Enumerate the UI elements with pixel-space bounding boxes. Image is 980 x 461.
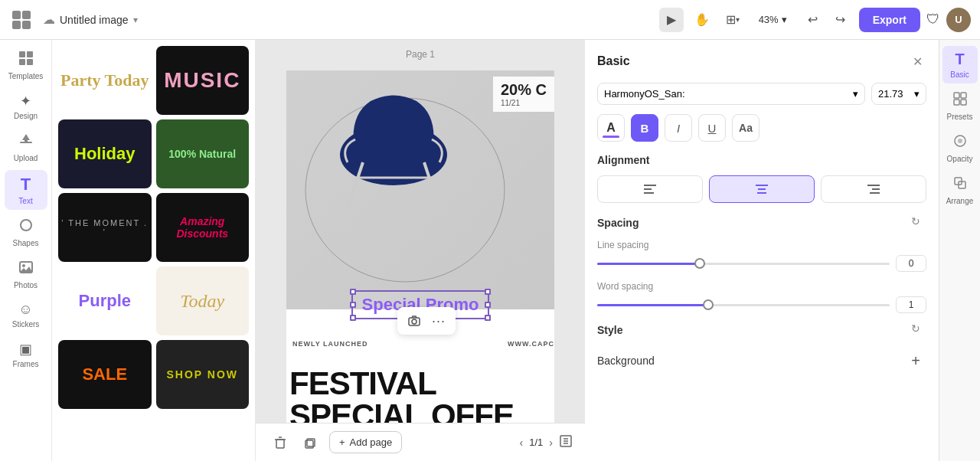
template-card-holiday[interactable]: Holiday bbox=[58, 119, 152, 188]
svg-point-12 bbox=[22, 264, 25, 267]
panel-close-button[interactable]: ✕ bbox=[908, 52, 926, 70]
add-background-button[interactable]: + bbox=[905, 350, 926, 371]
hand-tool-button[interactable]: ✋ bbox=[690, 8, 714, 32]
page-label: Page 1 bbox=[406, 49, 435, 60]
svg-rect-7 bbox=[27, 59, 33, 65]
line-spacing-thumb[interactable] bbox=[694, 258, 705, 269]
handle-top-right[interactable] bbox=[485, 289, 491, 295]
template-card-shopnow[interactable]: SHOP NOW bbox=[156, 340, 250, 409]
handle-bottom-left[interactable] bbox=[350, 315, 356, 321]
zoom-button[interactable]: 43% ▾ bbox=[751, 11, 795, 28]
template-card-discounts[interactable]: Amazing Discounts bbox=[156, 193, 250, 262]
underline-icon: U bbox=[708, 122, 717, 135]
opacity-icon bbox=[952, 133, 968, 152]
right-strip-arrange-label: Arrange bbox=[946, 197, 974, 205]
right-strip-basic[interactable]: T Basic bbox=[942, 46, 978, 83]
title-chevron-icon[interactable]: ▾ bbox=[133, 15, 138, 25]
template-card-purple[interactable]: Purple bbox=[58, 266, 152, 335]
italic-button[interactable]: I bbox=[665, 114, 692, 142]
spacing-header: Spacing ↻ bbox=[597, 215, 926, 230]
font-family-chevron: ▾ bbox=[853, 88, 858, 100]
delete-page-button[interactable] bbox=[268, 430, 292, 455]
word-spacing-thumb[interactable] bbox=[703, 299, 714, 310]
template-card-party[interactable]: Party Today bbox=[58, 46, 152, 115]
redo-button[interactable]: ↪ bbox=[828, 8, 853, 32]
template-holiday-text: Holiday bbox=[74, 144, 135, 164]
font-family-select[interactable]: HarmonyOS_San: ▾ bbox=[597, 83, 865, 105]
background-row: Background + bbox=[597, 344, 926, 378]
bold-button[interactable]: B bbox=[631, 114, 658, 142]
arrange-icon bbox=[952, 175, 968, 195]
export-button[interactable]: Export bbox=[859, 8, 920, 32]
spacing-refresh-button[interactable]: ↻ bbox=[911, 215, 926, 230]
line-spacing-value[interactable]: 0 bbox=[896, 255, 926, 272]
handle-bottom-right[interactable] bbox=[485, 315, 491, 321]
sidebar-item-photos[interactable]: Photos bbox=[5, 255, 47, 294]
avatar-initials: U bbox=[955, 14, 962, 25]
canvas-content[interactable]: 20% C 11/21 NEWLY LAUNCHED WWW.CAPC ··· bbox=[286, 70, 554, 438]
font-size-select[interactable]: 21.73 ▾ bbox=[871, 83, 926, 105]
canvas-area[interactable]: Page 1 bbox=[256, 40, 585, 461]
underline-button[interactable]: U bbox=[698, 114, 726, 142]
handle-top-left[interactable] bbox=[350, 289, 356, 295]
handle-middle-right[interactable] bbox=[485, 302, 491, 308]
select-tool-button[interactable]: ▶ bbox=[659, 8, 684, 32]
chair-background: 20% C 11/21 bbox=[286, 70, 554, 309]
main-layout: Templates ✦ Design Upload T Text Shapes bbox=[0, 40, 980, 461]
sidebar-item-shapes[interactable]: Shapes bbox=[5, 213, 47, 252]
discount-badge: 20% C 11/21 bbox=[493, 77, 554, 112]
style-refresh-button[interactable]: ↻ bbox=[911, 322, 926, 338]
add-page-button[interactable]: + Add page bbox=[329, 431, 402, 453]
handle-middle-left[interactable] bbox=[350, 302, 356, 308]
user-avatar[interactable]: U bbox=[946, 8, 971, 32]
template-natural-text: 100% Natural bbox=[168, 148, 236, 160]
float-more-button[interactable]: ··· bbox=[428, 310, 449, 332]
topbar-tools: ▶ ✋ ⊞ ▾ 43% ▾ ↩ ↪ Export 🛡 U bbox=[659, 8, 971, 32]
word-spacing-value[interactable]: 1 bbox=[896, 296, 926, 313]
app-logo[interactable] bbox=[9, 8, 34, 32]
font-size-chevron: ▾ bbox=[914, 88, 920, 100]
text-color-button[interactable]: A bbox=[597, 114, 625, 142]
align-left-button[interactable] bbox=[597, 175, 703, 203]
font-row: HarmonyOS_San: ▾ 21.73 ▾ bbox=[597, 83, 926, 105]
frame-tool-button[interactable]: ⊞ ▾ bbox=[720, 8, 745, 32]
template-card-today[interactable]: Today bbox=[156, 266, 250, 335]
right-strip-presets[interactable]: Presets bbox=[942, 87, 978, 126]
sidebar-item-stickers[interactable]: ☺ Stickers bbox=[5, 297, 47, 333]
template-card-sale[interactable]: SALE bbox=[58, 340, 152, 409]
svg-rect-6 bbox=[19, 59, 25, 65]
template-card-music[interactable]: MUSIC bbox=[156, 46, 250, 115]
template-sale-text: SALE bbox=[82, 365, 127, 384]
topbar: ☁ Untitled image ▾ ▶ ✋ ⊞ ▾ 43% ▾ ↩ ↪ Exp… bbox=[0, 0, 980, 40]
template-shopnow-text: SHOP NOW bbox=[166, 368, 238, 381]
word-spacing-track[interactable] bbox=[597, 304, 890, 306]
float-camera-button[interactable] bbox=[403, 310, 425, 332]
align-right-button[interactable] bbox=[821, 175, 926, 203]
template-music-text: MUSIC bbox=[164, 68, 240, 93]
duplicate-page-button[interactable] bbox=[299, 430, 323, 455]
newly-launched-text: NEWLY LAUNCHED bbox=[292, 340, 368, 348]
expand-view-button[interactable] bbox=[559, 434, 573, 450]
prev-page-button[interactable]: ‹ bbox=[520, 436, 524, 449]
undo-button[interactable]: ↩ bbox=[801, 8, 825, 32]
right-strip-arrange[interactable]: Arrange bbox=[942, 171, 978, 210]
sidebar-item-templates[interactable]: Templates bbox=[5, 46, 47, 85]
align-center-button[interactable] bbox=[709, 175, 815, 203]
sidebar-item-frames[interactable]: ▣ Frames bbox=[5, 336, 47, 373]
document-title[interactable]: Untitled image bbox=[60, 14, 129, 26]
template-card-moment[interactable]: ' THE MOMENT . ' bbox=[58, 193, 152, 262]
shield-icon[interactable]: 🛡 bbox=[926, 11, 940, 28]
festival-text: FESTIVAL bbox=[289, 368, 436, 400]
sidebar-item-text[interactable]: T Text bbox=[5, 170, 47, 210]
template-discounts-text: Amazing Discounts bbox=[156, 215, 250, 240]
sidebar-stickers-label: Stickers bbox=[12, 320, 40, 329]
sidebar-design-label: Design bbox=[14, 112, 38, 120]
line-spacing-track[interactable] bbox=[597, 263, 890, 265]
next-page-button[interactable]: › bbox=[549, 436, 553, 449]
sidebar-item-upload[interactable]: Upload bbox=[5, 128, 47, 167]
right-strip-opacity[interactable]: Opacity bbox=[942, 129, 978, 168]
template-card-natural[interactable]: 100% Natural bbox=[156, 119, 250, 188]
text-case-button[interactable]: Aa bbox=[732, 114, 760, 142]
svg-rect-2 bbox=[12, 21, 21, 29]
sidebar-item-design[interactable]: ✦ Design bbox=[5, 88, 47, 125]
